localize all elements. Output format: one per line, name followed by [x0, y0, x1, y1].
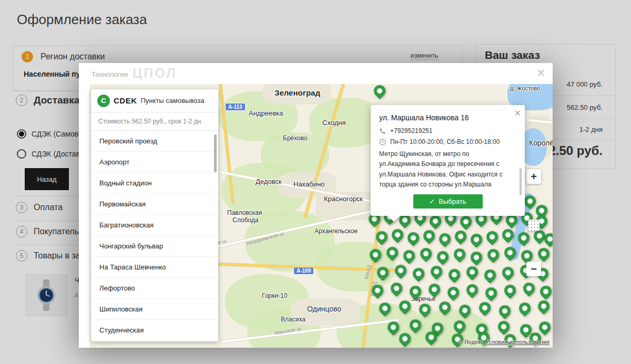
- map-city-label: Брёхово: [283, 134, 308, 142]
- pickup-pin[interactable]: [535, 245, 552, 262]
- pickup-pin[interactable]: [500, 264, 516, 280]
- popup-description: Метро Щукинская, от метро по ул.Академик…: [379, 149, 511, 189]
- map-city-label: Одинцово: [307, 305, 341, 313]
- map-city-label: Павловская: [227, 209, 262, 216]
- map-city-label: д. Жостово: [510, 85, 540, 91]
- map-city-label: Красногорск: [324, 195, 363, 203]
- pickup-pin[interactable]: [468, 231, 484, 247]
- map-city-label: Слобода: [232, 216, 258, 224]
- pickup-list-item[interactable]: Водный стадион: [91, 173, 218, 194]
- pickup-pin[interactable]: [389, 226, 405, 243]
- pickup-point-modal: Технологии ЦПОЛ ×: [79, 63, 553, 348]
- pickup-pin[interactable]: [496, 303, 513, 319]
- pickup-pin[interactable]: [535, 298, 552, 314]
- map-city-label: Сходня: [322, 119, 346, 127]
- pickup-cost-info: Стоимость 562.50 руб., срок 1-2 дн.: [91, 112, 218, 131]
- modal-brand-prefix: Технологии: [91, 70, 128, 78]
- map-city-label: Архангельское: [314, 227, 358, 235]
- popup-phone-row: +79295219251: [379, 127, 516, 134]
- check-icon: ✓: [429, 197, 435, 205]
- popup-phone: +79295219251: [390, 127, 432, 134]
- popup-hours: Пн-Пт 10:00-20:00, Сб-Вс 10:00-18:00: [390, 138, 500, 145]
- popup-address: ул. Маршала Новикова 16: [379, 112, 490, 123]
- pickup-list-item[interactable]: Студенческая: [91, 320, 218, 341]
- map-city-label: Королёв: [529, 139, 553, 147]
- pickup-pin[interactable]: [410, 265, 426, 282]
- pickup-pin[interactable]: [495, 318, 512, 335]
- pickup-list: Перовский проездАэропортВодный стадионПе…: [91, 131, 218, 341]
- pickup-pin[interactable]: [502, 282, 518, 298]
- pickup-pin[interactable]: [428, 263, 444, 279]
- map-tools-button[interactable]: [528, 220, 540, 231]
- pickup-list-item[interactable]: Шипиловская: [91, 299, 218, 320]
- pickup-pin[interactable]: [464, 282, 480, 298]
- pickup-pin[interactable]: [452, 228, 469, 244]
- pickup-list-scrollbar[interactable]: [214, 134, 217, 172]
- popup-close-button[interactable]: ×: [514, 107, 521, 119]
- pickup-panel-title: Пункты самовывоза: [141, 97, 205, 105]
- pickup-list-item[interactable]: На Тараса Шевченко: [91, 257, 218, 278]
- pickup-pin[interactable]: [421, 227, 437, 244]
- pickup-pin[interactable]: [434, 248, 451, 265]
- pickup-pin[interactable]: [371, 84, 388, 99]
- cdek-brand: CDEK: [114, 96, 137, 105]
- cdek-logo-icon: C: [97, 95, 110, 107]
- pickup-pin[interactable]: [484, 228, 500, 245]
- pickup-pin[interactable]: [401, 247, 417, 264]
- pickup-list-item[interactable]: Перовский проезд: [91, 131, 218, 152]
- pickup-pin[interactable]: [482, 267, 498, 283]
- pickup-pin[interactable]: [446, 266, 462, 283]
- pickup-pin[interactable]: [468, 249, 484, 265]
- road-number-badge: А-109: [293, 267, 314, 275]
- modal-header: Технологии ЦПОЛ ×: [79, 63, 553, 84]
- checkout-page: Оформление заказа 1 Регион доставки изме…: [0, 0, 631, 364]
- pickup-pin[interactable]: [436, 231, 453, 247]
- map-city-label: Зеленоград: [274, 88, 320, 97]
- pickup-pin[interactable]: [405, 230, 421, 246]
- pickup-panel-header: C CDEK Пункты самовывоза: [91, 89, 218, 112]
- pickup-list-item[interactable]: Лефортово: [91, 278, 218, 299]
- pickup-pin[interactable]: [418, 245, 434, 262]
- clock-icon: [379, 139, 386, 145]
- road-number-badge: А-113: [225, 103, 246, 111]
- pickup-pin[interactable]: [521, 280, 537, 296]
- modal-close-button[interactable]: ×: [537, 64, 545, 82]
- pickup-list-item[interactable]: Первомайская: [91, 194, 218, 215]
- modal-brand-logo: ЦПОЛ: [133, 66, 177, 81]
- pickup-list-item[interactable]: Багратионовская: [91, 215, 218, 236]
- map-copyright: © Яндекс Условия использования: [459, 339, 549, 345]
- popup-scrollbar[interactable]: [520, 168, 522, 195]
- pickup-pin[interactable]: [445, 284, 461, 300]
- pickup-panel: C CDEK Пункты самовывоза Стоимость 562.5…: [91, 89, 218, 341]
- pickup-pin[interactable]: [485, 246, 501, 263]
- select-pickup-button[interactable]: ✓ Выбрать: [413, 194, 483, 209]
- pickup-pin[interactable]: [451, 246, 467, 262]
- map-city-label: Нахабино: [293, 180, 324, 188]
- pickup-pin[interactable]: [537, 283, 553, 299]
- pickup-pin[interactable]: [457, 213, 474, 230]
- map-terms-link[interactable]: Условия использования: [485, 339, 549, 345]
- map-city-label: Андреевка: [249, 109, 283, 117]
- zoom-out-button[interactable]: −: [526, 262, 541, 276]
- pickup-point-popup: × ул. Маршала Новикова 16 +79295219251 П…: [371, 105, 525, 216]
- popup-hours-row: Пн-Пт 10:00-20:00, Сб-Вс 10:00-18:00: [379, 138, 516, 145]
- pickup-list-item[interactable]: Аэропорт: [91, 152, 218, 173]
- zoom-in-button[interactable]: +: [526, 169, 541, 184]
- pickup-pin[interactable]: [536, 319, 553, 335]
- map-city-label: Дедовск: [256, 178, 282, 185]
- pickup-pin[interactable]: [388, 280, 404, 296]
- pickup-pin[interactable]: [516, 300, 533, 316]
- pickup-list-item[interactable]: Чонгарский бульвар: [91, 236, 218, 257]
- phone-icon: [379, 128, 386, 134]
- map-city-label: Власиха: [281, 316, 306, 323]
- map-city-label: Горки-10: [262, 292, 287, 299]
- pickup-pin[interactable]: [464, 264, 480, 280]
- map-copyright-text: © Яндекс: [459, 339, 484, 345]
- pickup-pin[interactable]: [476, 299, 493, 316]
- pickup-pin[interactable]: [483, 285, 499, 301]
